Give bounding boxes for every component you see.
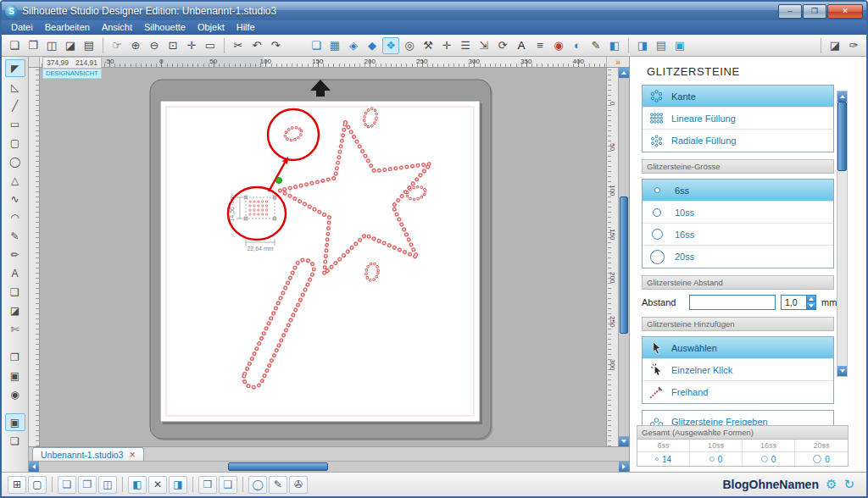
mode-auswaehlen[interactable]: Auswählen <box>643 337 833 359</box>
selection-box-button[interactable]: ▢ <box>28 476 47 494</box>
select-tool[interactable]: ◤ <box>5 59 25 77</box>
polygon-tool[interactable]: △ <box>5 171 25 189</box>
effect-lineare-fuellung[interactable]: Lineare Füllung <box>643 108 833 130</box>
horizontal-scrollbar[interactable] <box>29 461 629 472</box>
draw-fill-button[interactable]: ✎ <box>269 476 287 494</box>
duplicate-left-button[interactable]: ❏ <box>58 476 76 494</box>
page-panel-tool[interactable]: ❐ <box>5 348 25 366</box>
eraser-tool[interactable]: ◪ <box>5 302 25 319</box>
page-setup-panel-button[interactable]: ❏ <box>308 37 325 54</box>
knife-tool[interactable]: ✄ <box>5 320 25 338</box>
settings-gear-icon[interactable]: ⚙ <box>826 477 837 492</box>
rhinestone-panel-button[interactable]: ❖ <box>382 37 399 54</box>
menu-item[interactable]: Hilfe <box>231 20 261 35</box>
scroll-right-button[interactable] <box>619 462 629 472</box>
library-panel-button[interactable]: ▤ <box>653 37 670 54</box>
grid-settings-panel-button[interactable]: ▦ <box>326 37 343 54</box>
line-tool[interactable]: ╱ <box>5 97 25 114</box>
smooth-freehand-tool[interactable]: ✏ <box>5 246 25 263</box>
vertical-scroll-thumb[interactable] <box>620 196 628 334</box>
size-6ss[interactable]: 6ss <box>643 180 833 202</box>
transform-panel-button[interactable]: ✛ <box>438 37 455 54</box>
effect-kante[interactable]: Kante <box>643 86 833 108</box>
spinner-up-button[interactable] <box>807 296 815 302</box>
size-20ss[interactable]: 20ss <box>643 246 833 268</box>
group-button[interactable]: ❒ <box>198 476 217 494</box>
line-color-panel-button[interactable]: ◐ <box>569 37 586 54</box>
align-panel-button[interactable]: ☰ <box>457 37 474 54</box>
line-style-panel-button[interactable]: ≡ <box>531 37 548 54</box>
minimize-button[interactable]: – <box>778 4 802 19</box>
duplicate-right-button[interactable]: ❐ <box>78 476 97 494</box>
zoom-out-button[interactable]: ⊖ <box>146 37 163 54</box>
panel-scrollbar[interactable] <box>837 91 848 377</box>
shape-panel-button[interactable]: ◆ <box>364 37 381 54</box>
fit-to-window-button[interactable]: ✛ <box>183 37 200 54</box>
bring-to-front-button[interactable]: ◧ <box>128 476 147 494</box>
preview-panel-button[interactable]: ◨ <box>634 37 651 54</box>
print-button[interactable]: ▤ <box>81 37 97 54</box>
arc-tool[interactable]: ◠ <box>5 208 25 226</box>
zoom-selection-button[interactable]: ⊡ <box>164 37 181 54</box>
pan-tool-button[interactable]: ☞ <box>108 37 125 54</box>
trace-panel-button[interactable]: ◧ <box>606 37 623 54</box>
tab-close-icon[interactable]: ✕ <box>130 451 136 459</box>
panel-scroll-up-button[interactable] <box>837 91 847 102</box>
mode-einzelner-klick[interactable]: Einzelner Klick <box>643 359 833 381</box>
open-document-button[interactable]: ❐ <box>25 37 42 54</box>
panel-scroll-down-button[interactable] <box>837 366 847 376</box>
save-button[interactable]: ◫ <box>43 37 60 54</box>
panel-scroll-thumb[interactable] <box>837 102 847 171</box>
ungroup-button[interactable]: ❑ <box>219 476 237 494</box>
rotate-panel-button[interactable]: ⟳ <box>494 37 511 54</box>
attach-button[interactable]: ✇ <box>289 476 308 494</box>
spacing-value-field[interactable]: 1,0 <box>781 295 816 310</box>
horizontal-scroll-thumb[interactable] <box>228 462 328 471</box>
maximize-button[interactable]: ❐ <box>803 4 826 19</box>
modify-panel-button[interactable]: ⚒ <box>420 37 437 54</box>
size-10ss[interactable]: 10ss <box>643 202 833 224</box>
flat-preview-tool[interactable]: ▣ <box>5 367 25 385</box>
spacing-input[interactable] <box>689 295 776 310</box>
size-16ss[interactable]: 16ss <box>643 224 833 246</box>
fit-page-button[interactable]: ▭ <box>202 37 219 54</box>
mode-freihand[interactable]: Freihand <box>643 381 833 403</box>
text-tool[interactable]: A <box>5 264 25 282</box>
spinner-down-button[interactable] <box>807 302 815 309</box>
pen-toolbar-button[interactable]: ✑ <box>845 37 862 54</box>
send-to-back-button[interactable]: ◨ <box>169 476 187 494</box>
offset-panel-button[interactable]: ◎ <box>401 37 418 54</box>
menu-item[interactable]: Bearbeiten <box>39 20 96 35</box>
duplicate-grid-button[interactable]: ◫ <box>98 476 117 494</box>
scale-panel-button[interactable]: ⇲ <box>476 37 492 54</box>
design-canvas[interactable]: 14,56 mm 22,64 mm <box>40 68 606 446</box>
cut-button[interactable]: ✂ <box>230 37 247 54</box>
snap-grid-button[interactable]: ⊞ <box>8 476 26 494</box>
scroll-down-button[interactable] <box>619 436 629 446</box>
scroll-left-button[interactable] <box>29 462 39 472</box>
weld-button[interactable]: ◯ <box>248 476 267 494</box>
zoom-in-button[interactable]: ⊕ <box>127 37 144 54</box>
media-panel-button[interactable]: ▣ <box>671 37 688 54</box>
new-document-button[interactable]: ❏ <box>6 37 23 54</box>
freehand-tool[interactable]: ✎ <box>5 227 25 245</box>
redo-button[interactable]: ↷ <box>267 37 284 54</box>
undo-button[interactable]: ↶ <box>248 37 265 54</box>
menu-item[interactable]: Ansicht <box>96 20 138 35</box>
save-as-button[interactable]: ◪ <box>62 37 79 54</box>
rectangle-tool[interactable]: ▭ <box>5 115 25 133</box>
layers-view-button[interactable]: ❏ <box>5 432 25 450</box>
sketch-panel-button[interactable]: ✎ <box>587 37 604 54</box>
ellipse-tool[interactable]: ◯ <box>5 152 25 170</box>
menu-item[interactable]: Silhouette <box>138 20 192 35</box>
scroll-up-button[interactable] <box>619 68 629 78</box>
text-style-panel-button[interactable]: A <box>513 37 530 54</box>
menu-item[interactable]: Datei <box>5 20 39 35</box>
effect-radiale-fuellung[interactable]: Radiale Füllung <box>643 130 833 152</box>
curve-tool[interactable]: ∿ <box>5 190 25 208</box>
registration-marks-panel-button[interactable]: ◈ <box>345 37 362 54</box>
point-edit-tool[interactable]: ◺ <box>5 78 25 96</box>
close-button[interactable]: ✕ <box>827 4 863 19</box>
menu-item[interactable]: Objekt <box>192 20 231 35</box>
design-view-button[interactable]: ▣ <box>5 413 25 431</box>
